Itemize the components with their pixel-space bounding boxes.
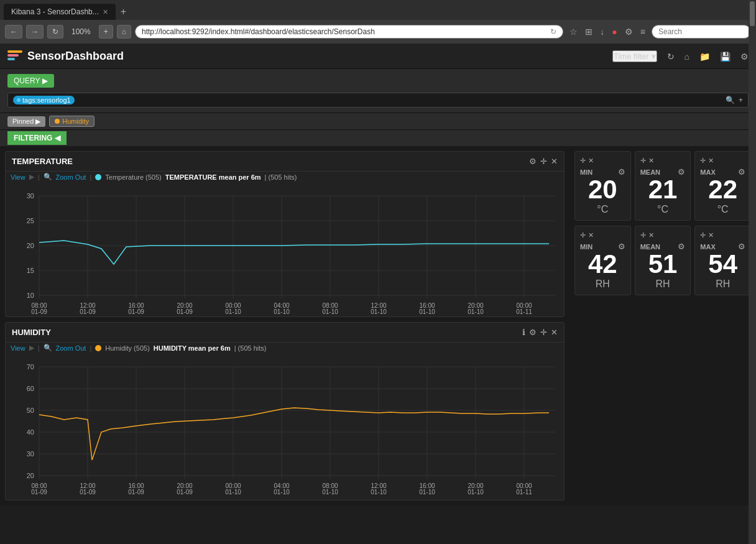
scrollbar-thumb[interactable] xyxy=(750,1,755,26)
tab-title: Kibana 3 - SensorDashb... xyxy=(11,7,99,16)
folder-icon[interactable]: 📁 xyxy=(699,52,710,62)
query-input-row[interactable]: tags:sensorlog1 🔍 + xyxy=(7,93,749,108)
stats-column: ✛ ✕ MIN ⚙ 20 °C ✛ xyxy=(569,146,756,505)
scrollbar[interactable] xyxy=(749,0,756,544)
temperature-zoom-link[interactable]: Zoom Out xyxy=(56,173,86,181)
temperature-max-header: ✛ ✕ xyxy=(700,157,745,165)
temperature-min-settings-icon[interactable]: ⚙ xyxy=(618,167,625,177)
temperature-settings-icon[interactable]: ⚙ xyxy=(529,157,537,166)
humidity-chart-container: 70 60 50 40 30 20 xyxy=(6,356,564,500)
humidity-mean-value: 51 xyxy=(648,251,678,277)
humidity-max-settings-icon[interactable]: ⚙ xyxy=(738,242,745,251)
hum-max-move-icon[interactable]: ✛ xyxy=(700,231,706,239)
humidity-min-value: 42 xyxy=(588,251,617,277)
search-icon[interactable]: 🔍 xyxy=(726,96,735,104)
humidity-max-box: ✛ ✕ MAX ⚙ 54 RH xyxy=(694,226,751,295)
temperature-stat-boxes: ✛ ✕ MIN ⚙ 20 °C ✛ xyxy=(574,151,751,221)
home-icon[interactable]: ⌂ xyxy=(685,52,689,62)
svg-text:10: 10 xyxy=(27,292,34,299)
extensions-icon[interactable]: ⚙ xyxy=(622,25,635,38)
add-icon[interactable]: + xyxy=(739,96,743,104)
search-input[interactable] xyxy=(652,25,751,39)
filtering-bar[interactable]: FILTERING ◀ xyxy=(7,131,67,145)
hum-mean-move-icon[interactable]: ✛ xyxy=(640,231,646,239)
hum-mean-close-icon[interactable]: ✕ xyxy=(648,231,654,239)
humidity-mean-settings-icon[interactable]: ⚙ xyxy=(678,242,685,251)
temperature-min-header: ✛ ✕ xyxy=(580,157,625,165)
svg-text:01-11: 01-11 xyxy=(516,308,532,314)
browser-chrome: Kibana 3 - SensorDashb... ✕ + ← → ↻ 100%… xyxy=(0,0,756,44)
temperature-panel-header: TEMPERATURE ⚙ ✛ ✕ xyxy=(6,152,564,172)
humidity-info-icon[interactable]: ℹ xyxy=(522,328,525,337)
query-tag-pill[interactable]: tags:sensorlog1 xyxy=(13,96,75,104)
svg-text:01-09: 01-09 xyxy=(80,489,96,496)
temp-max-close-icon[interactable]: ✕ xyxy=(708,157,714,165)
zoom-in-button[interactable]: + xyxy=(99,25,113,39)
home-button[interactable]: ⌂ xyxy=(117,25,131,39)
temperature-panel-title: TEMPERATURE xyxy=(12,157,525,166)
hum-min-move-icon[interactable]: ✛ xyxy=(580,231,586,239)
humidity-min-settings-icon[interactable]: ⚙ xyxy=(618,242,625,251)
url-text: http://localhost:9292/index.html#/dashbo… xyxy=(142,27,548,36)
temperature-move-icon[interactable]: ✛ xyxy=(540,157,547,166)
temp-max-move-icon[interactable]: ✛ xyxy=(700,157,706,165)
temperature-mean-box: ✛ ✕ MEAN ⚙ 21 °C xyxy=(635,151,691,221)
humidity-filter-badge[interactable]: Humidity xyxy=(49,116,94,127)
settings-icon[interactable]: ⚙ xyxy=(740,52,749,62)
svg-text:01-10: 01-10 xyxy=(419,308,435,314)
svg-text:20: 20 xyxy=(27,472,34,479)
temp-mean-move-icon[interactable]: ✛ xyxy=(640,157,646,165)
temperature-description-bold: TEMPERATURE mean per 6m xyxy=(165,173,261,181)
temp-mean-close-icon[interactable]: ✕ xyxy=(648,157,654,165)
temperature-panel: TEMPERATURE ⚙ ✛ ✕ View ▶ | 🔍 Zoom Out | … xyxy=(5,151,565,317)
temperature-max-box: ✛ ✕ MAX ⚙ 22 °C xyxy=(694,151,751,221)
tab-close-icon[interactable]: ✕ xyxy=(103,8,108,16)
humidity-panel-header: HUMIDITY ℹ ⚙ ✛ ✕ xyxy=(6,323,564,343)
svg-text:01-09: 01-09 xyxy=(80,308,96,314)
download-icon[interactable]: ↓ xyxy=(597,25,607,38)
zoom-icon: 🔍 xyxy=(44,173,52,181)
refresh-icon[interactable]: ↻ xyxy=(667,52,675,62)
menu-icon[interactable]: ≡ xyxy=(638,25,648,38)
query-button[interactable]: QUERY ▶ xyxy=(7,74,54,88)
svg-text:01-10: 01-10 xyxy=(274,308,290,314)
bookmark-icon[interactable]: ⊞ xyxy=(583,25,595,38)
query-tag-text: tags:sensorlog1 xyxy=(22,96,71,104)
svg-text:01-09: 01-09 xyxy=(31,308,47,314)
humidity-view-link[interactable]: View xyxy=(11,344,25,352)
humidity-move-icon[interactable]: ✛ xyxy=(540,328,547,337)
svg-text:01-09: 01-09 xyxy=(177,308,193,314)
temperature-mean-settings-icon[interactable]: ⚙ xyxy=(678,167,685,177)
humidity-min-unit: RH xyxy=(596,279,610,290)
header-right: Time filter ▾ ↻ ⌂ 📁 💾 ⚙ xyxy=(612,50,749,62)
refresh-icon[interactable]: ↻ xyxy=(550,27,556,36)
temperature-legend-label: Temperature (505) xyxy=(105,173,162,181)
humidity-zoom-link[interactable]: Zoom Out xyxy=(56,344,86,352)
nav-forward-button[interactable]: → xyxy=(26,25,44,39)
humidity-settings-icon[interactable]: ⚙ xyxy=(529,328,537,337)
pinned-button[interactable]: Pinned ▶ xyxy=(7,116,45,127)
adblock-icon[interactable]: ● xyxy=(609,25,619,38)
temperature-view-link[interactable]: View xyxy=(11,173,25,181)
active-tab[interactable]: Kibana 3 - SensorDashb... ✕ xyxy=(4,4,116,20)
temperature-chart-container: 30 25 20 15 10 xyxy=(6,185,564,316)
temperature-max-settings-icon[interactable]: ⚙ xyxy=(738,167,745,177)
query-section: QUERY ▶ tags:sensorlog1 🔍 + xyxy=(0,69,756,113)
hum-min-close-icon[interactable]: ✕ xyxy=(588,231,594,239)
star-icon[interactable]: ☆ xyxy=(567,25,580,38)
svg-text:30: 30 xyxy=(27,192,34,200)
temp-min-close-icon[interactable]: ✕ xyxy=(588,157,594,165)
temperature-chart: 30 25 20 15 10 xyxy=(8,190,561,314)
hum-max-close-icon[interactable]: ✕ xyxy=(708,231,714,239)
new-tab-button[interactable]: + xyxy=(116,5,131,19)
nav-back-button[interactable]: ← xyxy=(5,25,22,39)
temperature-close-icon[interactable]: ✕ xyxy=(551,157,558,166)
address-bar[interactable]: http://localhost:9292/index.html#/dashbo… xyxy=(135,25,563,39)
nav-refresh-button[interactable]: ↻ xyxy=(47,25,63,39)
svg-text:01-10: 01-10 xyxy=(274,489,290,496)
temp-min-move-icon[interactable]: ✛ xyxy=(580,157,586,165)
save-icon[interactable]: 💾 xyxy=(720,52,731,62)
humidity-close-icon[interactable]: ✕ xyxy=(551,328,558,337)
time-filter-button[interactable]: Time filter ▾ xyxy=(612,50,657,62)
svg-text:01-10: 01-10 xyxy=(419,489,435,496)
